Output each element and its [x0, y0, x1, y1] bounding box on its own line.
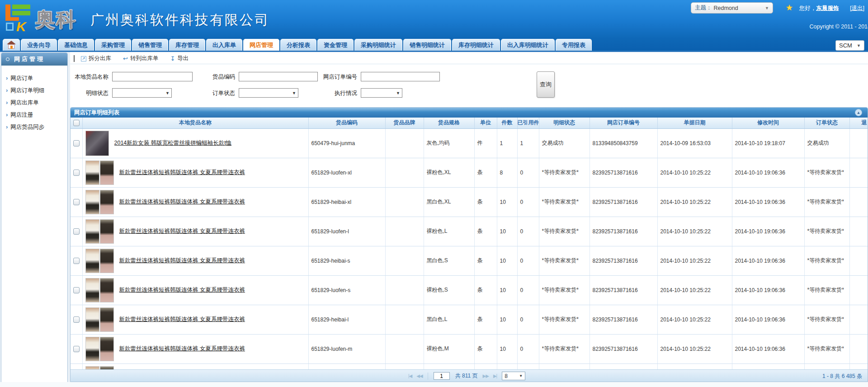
tab-5[interactable]: 出入库单 — [206, 39, 242, 51]
chevron-down-icon: ▼ — [857, 43, 861, 48]
cell-extra — [849, 305, 868, 334]
cell-spec: 裸粉色,XL — [424, 158, 474, 187]
sidebar-item-4[interactable]: ›网店货品同步 — [1, 121, 67, 133]
toolbar-action-1[interactable]: ↩转到出库单 — [123, 55, 158, 62]
favorite-star-icon[interactable]: ★ — [786, 3, 793, 13]
search-input-1[interactable] — [239, 72, 318, 81]
column-header-11[interactable]: 订单状态 — [805, 119, 849, 127]
search-select-3[interactable]: ▼ — [112, 88, 172, 98]
cell-used: 0 — [517, 275, 539, 305]
grid-scroll-area: 本地货品名称货品编码货品品牌货品规格单位件数已引用件明细状态网店订单编号单据日期… — [71, 118, 868, 370]
search-field-label-2: 网店订单编号 — [314, 72, 357, 82]
search-input-0[interactable] — [112, 72, 193, 81]
column-header-3[interactable]: 货品规格 — [424, 119, 474, 127]
main-area: 网店管理 ›网店订单›网店订单明细›网店出库单›网店注册›网店货品同步 ↗拆分出… — [0, 52, 868, 387]
toolbar-action-0[interactable]: ↗拆分出库 — [81, 55, 111, 62]
product-link[interactable]: 新款蕾丝连体裤短裤韩版连体裤 女夏系腰带连衣裤 — [119, 257, 245, 264]
cell-modified: 2014-10-10 19:06:36 — [732, 305, 804, 334]
row-checkbox[interactable] — [73, 228, 80, 235]
tab-12[interactable]: 出入库明细统计 — [501, 39, 555, 51]
product-link[interactable]: 新款蕾丝连体裤短裤韩版连体裤 女夏系腰带连衣裤 — [119, 286, 245, 294]
tab-8[interactable]: 资金管理 — [317, 39, 354, 51]
search-button[interactable]: 查询 — [537, 71, 555, 98]
record-range-label: 1 - 8 共 6 485 条 — [822, 373, 862, 380]
logout-link[interactable]: [退出] — [850, 5, 864, 12]
column-header-5[interactable]: 件数 — [497, 119, 517, 127]
column-header-0[interactable]: 本地货品名称 — [83, 119, 308, 127]
column-header-8[interactable]: 网店订单编号 — [590, 119, 657, 127]
greeting-prefix: 您好， — [799, 5, 816, 11]
theme-selector[interactable]: 主题： Redmond ▼ — [691, 2, 773, 14]
product-link[interactable]: 新款蕾丝连体裤短裤韩版连体裤 女夏系腰带连衣裤 — [119, 227, 245, 235]
cell-unit: 件 — [474, 128, 497, 158]
next-page-button[interactable]: ▶▶ — [483, 373, 489, 378]
tab-6[interactable]: 网店管理 — [243, 39, 279, 51]
page-number-input[interactable] — [434, 372, 450, 380]
column-header-9[interactable]: 单据日期 — [658, 119, 732, 127]
cell-product-name: 新款蕾丝连体裤短裤韩版连体裤 女夏系腰带连衣裤 — [82, 275, 308, 305]
row-checkbox[interactable] — [73, 199, 80, 205]
row-checkbox[interactable] — [73, 346, 80, 352]
select-all-checkbox[interactable] — [73, 120, 80, 126]
sidebar-item-1[interactable]: ›网店订单明细 — [1, 84, 67, 96]
cell-spec: 裸粉色,M — [424, 334, 474, 363]
product-link[interactable]: 新款蕾丝连体裤短裤韩版连体裤 女夏系腰带连衣裤 — [119, 169, 245, 176]
home-tab[interactable] — [3, 39, 20, 51]
collapse-panel-button[interactable]: ▲ — [855, 109, 862, 116]
column-header-12[interactable]: 退 — [850, 119, 868, 127]
product-link[interactable]: 2014新款女装 韩版宽松蕾丝接拼蝙蝠袖长款t恤 — [114, 139, 232, 147]
column-header-4[interactable]: 单位 — [475, 119, 497, 127]
search-select-4[interactable]: ▼ — [239, 88, 298, 98]
row-checkbox-cell — [71, 187, 82, 217]
row-checkbox[interactable] — [73, 258, 80, 264]
tab-11[interactable]: 库存明细统计 — [452, 39, 500, 51]
row-checkbox[interactable] — [73, 287, 80, 293]
sidebar-item-2[interactable]: ›网店出库单 — [1, 96, 67, 109]
tab-4[interactable]: 库存管理 — [169, 39, 205, 51]
sidebar-item-0[interactable]: ›网店订单 — [1, 72, 67, 84]
search-input-2[interactable] — [361, 72, 440, 81]
prev-page-button[interactable]: ◀◀ — [416, 373, 422, 378]
user-link[interactable]: 东晨服饰 — [816, 5, 839, 11]
table-row: 新款蕾丝连体裤短裤韩版连体裤 女夏系腰带连衣裤651829-luofen-l裸粉… — [71, 217, 868, 246]
search-select-5[interactable]: ▼ — [361, 88, 402, 98]
first-page-button[interactable]: |◀ — [408, 373, 412, 378]
tab-0[interactable]: 业务向导 — [21, 39, 57, 51]
sidebar-item-label: 网店出库单 — [10, 99, 39, 106]
tab-10[interactable]: 销售明细统计 — [403, 39, 451, 51]
tab-3[interactable]: 销售管理 — [132, 39, 168, 51]
tab-7[interactable]: 分析报表 — [280, 39, 316, 51]
cell-unit: 条 — [474, 217, 497, 246]
row-checkbox-cell — [71, 128, 82, 158]
cell-order-status: *等待卖家发货* — [804, 275, 849, 305]
column-header-6[interactable]: 已引用件 — [518, 119, 539, 127]
page-size-select[interactable]: 8 ▼ — [502, 372, 525, 380]
column-header-10[interactable]: 修改时间 — [732, 119, 804, 127]
column-header-7[interactable]: 明细状态 — [539, 119, 590, 127]
product-link[interactable]: 新款蕾丝连体裤短裤韩版连体裤 女夏系腰带连衣裤 — [119, 345, 245, 353]
last-page-button[interactable]: ▶| — [493, 373, 497, 378]
row-checkbox[interactable] — [73, 140, 80, 146]
cell-order-status: *等待卖家发货* — [804, 158, 849, 187]
product-link[interactable]: 新款蕾丝连体裤短裤韩版连体裤 女夏系腰带连衣裤 — [119, 198, 245, 206]
tab-13[interactable]: 专用报表 — [556, 39, 592, 51]
product-link[interactable]: 新款蕾丝连体裤短裤韩版连体裤 女夏系腰带连衣裤 — [119, 316, 245, 323]
column-header-2[interactable]: 货品品牌 — [386, 119, 424, 127]
toolbar-action-2[interactable]: ↧导出 — [170, 55, 189, 62]
sidebar-item-3[interactable]: ›网店注册 — [1, 109, 67, 121]
pager-controls: |◀ ◀◀ 共 811 页 ▶▶ ▶| 8 ▼ — [406, 370, 525, 382]
row-checkbox[interactable] — [73, 170, 80, 176]
tab-2[interactable]: 采购管理 — [95, 39, 131, 51]
toolbar-handle[interactable] — [74, 55, 75, 62]
column-header-1[interactable]: 货品编码 — [309, 119, 385, 127]
cell-detail-status: *等待卖家发货* — [539, 334, 590, 363]
scm-dropdown[interactable]: SCM ▼ — [835, 40, 864, 51]
tab-9[interactable]: 采购明细统计 — [354, 39, 402, 51]
row-checkbox-cell — [71, 217, 82, 246]
theme-label: 主题： — [695, 4, 712, 12]
split-outbound-icon: ↗ — [81, 56, 86, 61]
tab-1[interactable]: 基础信息 — [58, 39, 94, 51]
table-row: 2014新款女装 韩版宽松蕾丝接拼蝙蝠袖长款t恤650479-hui-junma… — [71, 128, 868, 158]
cell-used: 0 — [517, 217, 539, 246]
row-checkbox[interactable] — [73, 316, 80, 323]
